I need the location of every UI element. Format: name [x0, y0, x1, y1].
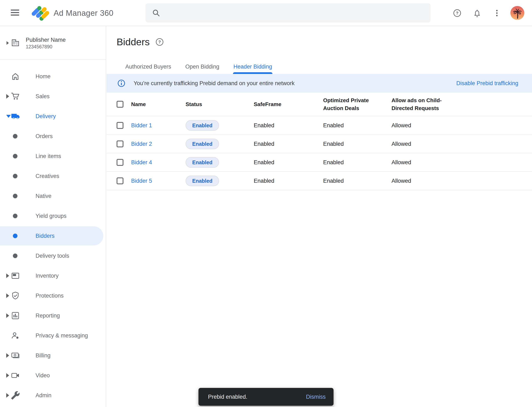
svg-text:?: ?	[158, 39, 161, 44]
menu-icon[interactable]	[11, 9, 19, 17]
sidebar-item-creatives[interactable]: Creatives	[0, 166, 106, 186]
column-header-opad[interactable]: Optimized Private Auction Deals	[323, 96, 376, 112]
sidebar: Publisher Name 1234567890 HomeSalesDeliv…	[0, 26, 106, 407]
status-chip: Enabled	[185, 139, 219, 149]
sidebar-item-native[interactable]: Native	[0, 186, 106, 206]
help-icon[interactable]: ?	[453, 8, 462, 18]
sidebar-item-label: Creatives	[36, 173, 59, 180]
sidebar-item-protections[interactable]: Protections	[0, 286, 106, 306]
safeframe-value: Enabled	[254, 141, 274, 147]
table-row: Bidder 4EnabledEnabledEnabledAllowed	[107, 153, 532, 172]
sidebar-item-label: Delivery	[36, 113, 56, 120]
row-checkbox[interactable]	[117, 159, 123, 166]
status-chip: Enabled	[185, 175, 219, 186]
toast-message: Prebid enabled.	[208, 394, 247, 400]
building-icon	[11, 38, 20, 47]
sidebar-item-privacy-messaging[interactable]: Privacy & messaging	[0, 326, 106, 345]
row-checkbox[interactable]	[117, 122, 123, 129]
column-header-child[interactable]: Allow ads on Child-Directed Requests	[392, 96, 451, 112]
child-directed-value: Allowed	[392, 159, 411, 165]
sidebar-item-billing[interactable]: Billing	[0, 345, 106, 366]
sidebar-item-label: Protections	[36, 293, 64, 299]
account-avatar[interactable]	[510, 6, 524, 20]
expand-icon[interactable]	[6, 274, 9, 278]
sidebar-item-sales[interactable]: Sales	[0, 86, 106, 106]
sidebar-item-home[interactable]: Home	[0, 66, 106, 86]
bullet-icon	[11, 191, 20, 201]
sidebar-item-reporting[interactable]: Reporting	[0, 306, 106, 326]
sidebar-item-label: Video	[36, 372, 50, 379]
main-content: Bidders ? Authorized BuyersOpen BiddingH…	[107, 26, 532, 407]
status-chip: Enabled	[185, 157, 219, 168]
reporting-icon	[11, 311, 20, 320]
status-cell: Enabled	[185, 120, 219, 131]
sidebar-item-admin[interactable]: Admin	[0, 385, 106, 405]
collapse-icon[interactable]	[6, 115, 11, 118]
bullet-icon	[11, 172, 20, 181]
account-switcher[interactable]: Publisher Name 1234567890	[0, 26, 106, 60]
sidebar-item-delivery[interactable]: Delivery	[0, 106, 106, 126]
row-checkbox[interactable]	[117, 177, 123, 184]
ad-manager-logo	[31, 3, 51, 23]
expand-icon[interactable]	[6, 373, 9, 378]
search-icon	[151, 8, 161, 18]
billing-icon	[11, 351, 20, 360]
safeframe-value: Enabled	[254, 122, 274, 129]
tab-open-bidding[interactable]: Open Bidding	[185, 59, 220, 74]
child-directed-value: Allowed	[392, 178, 411, 184]
disable-prebid-link[interactable]: Disable Prebid trafficking	[456, 80, 518, 86]
column-header-status[interactable]: Status	[185, 100, 202, 108]
tab-header-bidding[interactable]: Header Bidding	[233, 59, 273, 74]
expand-icon[interactable]	[6, 353, 9, 358]
sidebar-item-video[interactable]: Video	[0, 366, 106, 385]
table-header: Name Status SafeFrame Optimized Private …	[107, 93, 532, 116]
sidebar-item-label: Sales	[36, 93, 50, 100]
publisher-id: 1234567890	[26, 44, 66, 50]
optimized-private-auction-deals-value: Enabled	[323, 122, 344, 129]
video-icon	[11, 371, 20, 380]
sidebar-item-label: Orders	[36, 133, 53, 140]
expand-icon[interactable]	[6, 393, 9, 398]
safeframe-value: Enabled	[254, 159, 274, 165]
column-header-safeframe[interactable]: SafeFrame	[254, 100, 281, 108]
truck-icon	[11, 112, 20, 121]
bidder-link[interactable]: Bidder 1	[131, 122, 152, 129]
cart-icon	[11, 92, 20, 101]
search-input[interactable]	[165, 9, 431, 16]
sidebar-item-line-items[interactable]: Line items	[0, 146, 106, 166]
select-all-checkbox[interactable]	[117, 101, 123, 108]
sidebar-item-inventory[interactable]: Inventory	[0, 266, 106, 286]
expand-icon[interactable]	[6, 293, 9, 298]
more-vertical-icon[interactable]	[492, 8, 501, 18]
column-header-name[interactable]: Name	[131, 100, 146, 108]
search-bar[interactable]	[145, 3, 431, 23]
tab-bar: Authorized BuyersOpen BiddingHeader Bidd…	[125, 59, 273, 74]
shield-icon	[11, 291, 20, 300]
notifications-bell-icon[interactable]	[473, 8, 482, 18]
table-row: Bidder 2EnabledEnabledEnabledAllowed	[107, 135, 532, 153]
tab-authorized-buyers[interactable]: Authorized Buyers	[125, 59, 172, 74]
sidebar-item-delivery-tools[interactable]: Delivery tools	[0, 246, 106, 266]
toast-dismiss-button[interactable]: Dismiss	[306, 394, 326, 400]
safeframe-value: Enabled	[254, 178, 274, 184]
table-row: Bidder 5EnabledEnabledEnabledAllowed	[107, 172, 532, 190]
sidebar-item-label: Delivery tools	[36, 253, 69, 259]
ad-manager-app: Ad Manager 360 ?	[0, 0, 532, 407]
page-title: Bidders	[117, 36, 150, 47]
sidebar-item-yield-groups[interactable]: Yield groups	[0, 206, 106, 226]
expand-icon[interactable]	[6, 313, 9, 318]
expand-icon[interactable]	[6, 94, 9, 99]
row-checkbox[interactable]	[117, 140, 123, 147]
bidder-link[interactable]: Bidder 4	[131, 159, 152, 165]
sidebar-item-orders[interactable]: Orders	[0, 126, 106, 146]
status-cell: Enabled	[185, 175, 219, 186]
page-help-icon[interactable]: ?	[155, 37, 164, 47]
sidebar-item-bidders[interactable]: Bidders	[0, 226, 106, 246]
home-icon	[11, 72, 20, 81]
sidebar-item-label: Billing	[36, 352, 50, 359]
bidder-link[interactable]: Bidder 5	[131, 178, 152, 184]
publisher-name: Publisher Name	[26, 36, 66, 44]
sidebar-item-label: Yield groups	[36, 213, 66, 219]
child-directed-value: Allowed	[392, 141, 411, 147]
bidder-link[interactable]: Bidder 2	[131, 141, 152, 147]
